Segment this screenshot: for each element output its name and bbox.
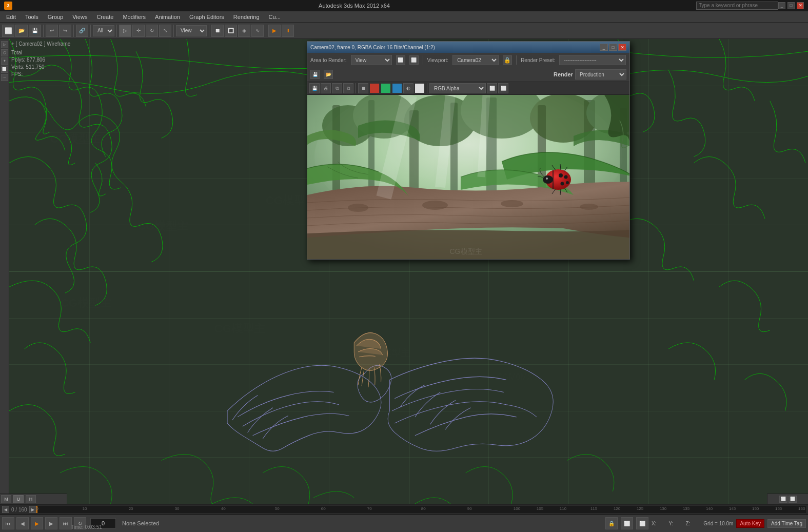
- svg-point-17: [422, 201, 448, 210]
- menu-graph-editors[interactable]: Graph Editors: [185, 13, 228, 21]
- toolbar-rotate[interactable]: ↻: [146, 25, 158, 37]
- svg-point-19: [580, 204, 598, 210]
- corner-btn-1[interactable]: ⬜: [779, 496, 787, 503]
- toolbar-scale[interactable]: ⤡: [159, 25, 171, 37]
- status-animate-btn[interactable]: ⬜: [636, 517, 648, 529]
- watermark-6: CG模型主: [368, 347, 410, 359]
- toolbar-redo[interactable]: ↪: [59, 25, 71, 37]
- render-copy-btn[interactable]: ⧉: [332, 83, 342, 93]
- toolbar-new[interactable]: ⬜: [2, 25, 14, 37]
- toolbar-link[interactable]: 🔗: [76, 25, 88, 37]
- close-button[interactable]: ✕: [797, 2, 804, 9]
- menu-modifiers[interactable]: Modifiers: [119, 13, 150, 21]
- render-scene-svg: CG模型主: [307, 95, 629, 259]
- lt-btn-5[interactable]: ⋯: [1, 74, 8, 81]
- toolbar-move[interactable]: ✛: [132, 25, 145, 37]
- minimize-button[interactable]: _: [778, 2, 785, 9]
- lt-btn-4[interactable]: ⬜: [1, 66, 8, 73]
- time-label: Time: 0:03:51: [71, 524, 102, 530]
- lt-btn-1[interactable]: ▷: [1, 41, 8, 48]
- channel-dropdown[interactable]: RGB Alpha Alpha Red Green Blue: [429, 83, 486, 93]
- svg-point-16: [348, 204, 368, 212]
- render-preset-load[interactable]: 📂: [324, 70, 333, 79]
- render-preset-save[interactable]: 💾: [310, 70, 320, 79]
- channel-red-btn[interactable]: [369, 83, 380, 93]
- coord-y-label: Y:: [669, 521, 674, 526]
- toolbar-render2[interactable]: 🔳: [225, 25, 237, 37]
- corner-btn-2[interactable]: ⬜: [789, 496, 797, 503]
- status-options-btn[interactable]: ⬜: [621, 517, 633, 529]
- toolbar-render[interactable]: 🔲: [211, 25, 224, 37]
- play-prev-btn[interactable]: ◀: [16, 517, 29, 529]
- timeline-scroll-left[interactable]: ◀: [2, 506, 9, 513]
- timeline-bar[interactable]: 0 10 20 30 40 50 60 70 80 90 100 105 110…: [36, 506, 806, 513]
- lt-btn-3[interactable]: ✦: [1, 57, 8, 65]
- toolbar-curve[interactable]: ∿: [251, 25, 264, 37]
- viewport-dropdown[interactable]: Camera02: [452, 55, 499, 65]
- status-bar: ◀ 0 / 160 ▶ 0 10 20 30 40 50 60 70 80 90…: [0, 504, 808, 532]
- menu-group[interactable]: Group: [44, 13, 68, 21]
- render-lock-2[interactable]: ⬜: [409, 55, 419, 65]
- maximize-button[interactable]: □: [787, 2, 795, 9]
- menu-rendering[interactable]: Rendering: [229, 13, 264, 21]
- toolbar-undo[interactable]: ↩: [46, 25, 58, 37]
- toolbar-anim1[interactable]: ▶: [268, 25, 281, 37]
- watermark-2: CG模型主: [137, 219, 188, 234]
- viewport-label: + [ Camera02 ] Wireframe: [11, 41, 70, 47]
- auto-key-button[interactable]: Auto Key: [736, 519, 764, 528]
- tab-motion[interactable]: M: [1, 495, 11, 503]
- time-display: Time: 0:03:51: [67, 522, 106, 532]
- render-monochrome-btn[interactable]: ◐: [403, 83, 413, 93]
- channel-alpha-btn[interactable]: [415, 83, 425, 93]
- render-print-btn[interactable]: 🖨: [321, 83, 331, 93]
- render-save-btn[interactable]: 💾: [309, 83, 320, 93]
- rc-sep-1: [423, 55, 423, 65]
- play-btn[interactable]: ▶: [31, 517, 43, 529]
- search-input[interactable]: [696, 2, 778, 10]
- stats-fps: FPS:: [11, 71, 45, 78]
- menu-views[interactable]: Views: [68, 13, 91, 21]
- toolbar-save[interactable]: 💾: [29, 25, 41, 37]
- tab-utilities[interactable]: U: [13, 495, 24, 503]
- render-preset-dropdown[interactable]: -------------------: [559, 55, 626, 65]
- verts-value: 511,750: [26, 64, 44, 70]
- main-viewport[interactable]: CG模型主 CG模型主 CG模型主 CG模型主 CG模型主 CG模型主 CGM0…: [9, 39, 808, 504]
- timeline-scroll-right[interactable]: ▶: [29, 506, 36, 513]
- set-key-button[interactable]: Add Time Tag: [767, 519, 806, 528]
- toolbar-material[interactable]: ◈: [238, 25, 250, 37]
- render-minimize-button[interactable]: _: [600, 44, 608, 51]
- tab-hierarchy[interactable]: H: [26, 495, 36, 503]
- menu-tools[interactable]: Tools: [21, 13, 43, 21]
- svg-point-25: [566, 181, 569, 184]
- menu-edit[interactable]: Edit: [2, 13, 20, 21]
- channel-green-btn[interactable]: [381, 83, 391, 93]
- render-lock-1[interactable]: ⬜: [396, 55, 405, 65]
- area-to-render-dropdown[interactable]: View: [351, 55, 392, 65]
- render-close-button[interactable]: ✕: [618, 44, 626, 51]
- viewport-lock-button[interactable]: 🔒: [503, 55, 512, 65]
- lt-btn-2[interactable]: ⬡: [1, 49, 8, 56]
- view-dropdown[interactable]: View: [176, 25, 207, 36]
- selection-filter-dropdown[interactable]: All: [93, 25, 114, 36]
- channel-blue-btn[interactable]: [392, 83, 402, 93]
- render-pause-btn[interactable]: ⏹: [358, 83, 368, 93]
- render-clone-btn[interactable]: ⧉: [343, 83, 353, 93]
- stats-polys: Polys: 877,806: [11, 56, 45, 64]
- render-type-dropdown[interactable]: Production: [575, 69, 626, 80]
- render-maximize-button[interactable]: □: [609, 44, 617, 51]
- toolbar-select[interactable]: ▷: [119, 25, 131, 37]
- status-lock-btn[interactable]: 🔒: [605, 517, 618, 529]
- channel-option-1[interactable]: ⬜: [487, 83, 497, 93]
- menu-animation[interactable]: Animation: [151, 13, 184, 21]
- channel-option-2[interactable]: ⬜: [498, 83, 508, 93]
- toolbar-anim2[interactable]: ⏸: [282, 25, 294, 37]
- play-start-btn[interactable]: ⏮: [2, 517, 14, 529]
- play-next-btn[interactable]: ▶: [45, 517, 57, 529]
- grid-line: [169, 39, 169, 504]
- toolbar-open[interactable]: 📂: [15, 25, 28, 37]
- render-window-titlebar: Camera02, frame 0, RGBA Color 16 Bits/Ch…: [307, 42, 629, 53]
- menu-create[interactable]: Create: [92, 13, 117, 21]
- grid-line: [728, 39, 728, 504]
- menu-customize[interactable]: Cu...: [265, 13, 285, 21]
- timeline[interactable]: ◀ 0 / 160 ▶ 0 10 20 30 40 50 60 70 80 90…: [0, 505, 808, 515]
